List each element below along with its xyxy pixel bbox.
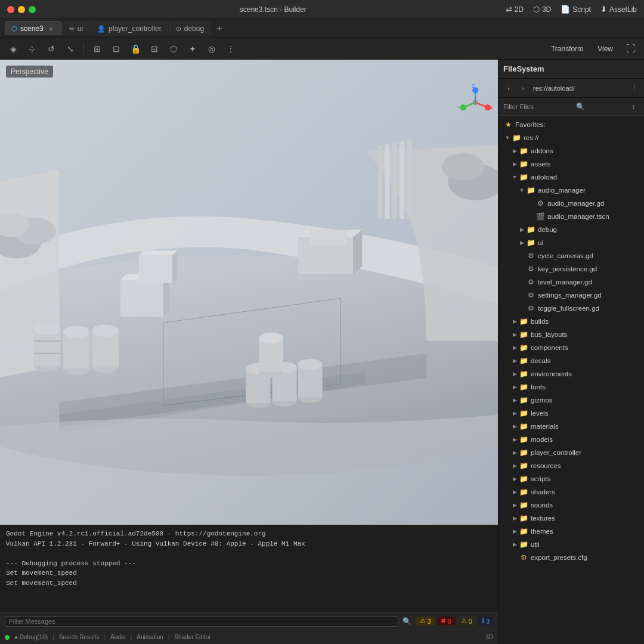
tab-debug[interactable]: ⊙ debug (169, 21, 210, 35)
fullscreen-button[interactable]: ⛶ (623, 41, 639, 57)
tab-scene3-close[interactable]: ✕ (47, 24, 55, 33)
tree-item-debug[interactable]: ▶ 📁 debug (499, 223, 644, 236)
tool-move[interactable]: ⊹ (24, 41, 41, 57)
tool-local-mode[interactable]: ⊞ (89, 41, 106, 57)
nav-forward-button[interactable]: › (516, 82, 530, 95)
status-shader-editor[interactable]: Shader Editor (174, 634, 210, 640)
tool-paint[interactable]: ✦ (184, 41, 201, 57)
warning-badge[interactable]: ⚠ 3 (416, 617, 435, 626)
filter-messages-input[interactable] (5, 616, 398, 627)
tree-item-key-persistence[interactable]: ⚙ key_persistence.gd (499, 262, 644, 275)
svg-text:X: X (490, 105, 493, 111)
tree-label-themes: themes (531, 528, 553, 535)
status-audio[interactable]: Audio (110, 634, 126, 640)
filter-sort-button[interactable]: ↕ (627, 101, 639, 113)
star-icon: ★ (503, 120, 513, 129)
tool-more[interactable]: ⋮ (222, 41, 239, 57)
tool-scale[interactable]: ⤡ (62, 41, 79, 57)
tree-item-audio-manager[interactable]: ▼ 📁 audio_manager (499, 184, 644, 197)
search-console-button[interactable]: 🔍 (401, 615, 414, 628)
expand-arrow-gizmos: ▶ (510, 397, 519, 403)
folder-icon-gizmos: 📁 (519, 396, 528, 404)
info-badge[interactable]: ⚠ 0 (457, 617, 476, 626)
tree-item-shaders[interactable]: ▶ 📁 shaders (499, 485, 644, 499)
tree-item-audio-manager-tscn[interactable]: 🎬 audio_manager.tscn (499, 210, 644, 223)
window-title: scene3.tscn - Builder (45, 5, 501, 14)
tab-debug-label: debug (184, 24, 204, 33)
svg-rect-44 (407, 140, 411, 218)
tree-item-addons[interactable]: ▶ 📁 addons (499, 144, 644, 157)
debug-badge[interactable]: ℹ 3 (478, 617, 493, 626)
tree-item-fonts[interactable]: ▶ 📁 fonts (499, 380, 644, 394)
tree-item-res[interactable]: ▼ 📁 res:// (499, 131, 644, 144)
favorites-header[interactable]: ★ Favorites: (499, 118, 644, 131)
tree-item-level-manager[interactable]: ⚙ level_manager.gd (499, 275, 644, 289)
tree-item-sounds[interactable]: ▶ 📁 sounds (499, 499, 644, 512)
tree-item-export-presets[interactable]: ⚙ export_presets.cfg (499, 551, 644, 564)
tool-visible[interactable]: ◎ (203, 41, 220, 57)
close-button[interactable] (7, 6, 14, 13)
tree-item-materials[interactable]: ▶ 📁 materials (499, 420, 644, 433)
tool-select[interactable]: ◈ (5, 41, 21, 57)
tree-item-autoload[interactable]: ▼ 📁 autoload (499, 171, 644, 184)
add-tab-button[interactable]: + (212, 22, 227, 35)
tree-item-builds[interactable]: ▶ 📁 builds (499, 315, 644, 328)
folder-icon-textures: 📁 (519, 514, 528, 522)
folder-icon-models: 📁 (519, 435, 528, 444)
minimize-button[interactable] (18, 6, 25, 13)
3d-viewport[interactable]: Z X Y Perspective (0, 60, 498, 525)
tree-item-gizmos[interactable]: ▶ 📁 gizmos (499, 394, 644, 407)
expand-arrow-player-controller: ▶ (510, 450, 519, 456)
console-line-3 (6, 549, 492, 559)
tree-item-bus-layouts[interactable]: ▶ 📁 bus_layouts (499, 328, 644, 341)
debug-count: 3 (486, 618, 490, 625)
maximize-button[interactable] (29, 6, 36, 13)
tree-item-audio-manager-gd[interactable]: ⚙ audio_manager.gd (499, 197, 644, 210)
tree-item-resources[interactable]: ▶ 📁 resources (499, 459, 644, 472)
nav-more-button[interactable]: ⋮ (627, 82, 640, 95)
tree-item-util[interactable]: ▶ 📁 util (499, 538, 644, 551)
tree-item-decals[interactable]: ▶ 📁 decals (499, 354, 644, 367)
assetlib-button[interactable]: ⬇ AssetLib (600, 5, 637, 14)
tool-mesh[interactable]: ⬡ (165, 41, 182, 57)
tool-group[interactable]: ⊟ (146, 41, 163, 57)
tree-label-scripts: scripts (531, 475, 550, 482)
status-search[interactable]: Search Results (59, 634, 100, 640)
tree-item-scripts[interactable]: ▶ 📁 scripts (499, 472, 644, 485)
file-tree[interactable]: ★ Favorites: ▼ 📁 res:// ▶ 📁 addons ▶ 📁 a… (499, 116, 644, 644)
tab-ui[interactable]: ✏ ui (63, 21, 89, 35)
tool-lock[interactable]: 🔒 (127, 41, 144, 57)
tool-rotate[interactable]: ↺ (43, 41, 60, 57)
tree-item-components[interactable]: ▶ 📁 components (499, 341, 644, 354)
tree-item-ui[interactable]: ▶ 📁 ui (499, 236, 644, 249)
tree-item-player-controller[interactable]: ▶ 📁 player_controller (499, 446, 644, 459)
transform-button[interactable]: Transform (546, 43, 588, 55)
status-animation[interactable]: Animation (137, 634, 163, 640)
tree-item-settings-manager[interactable]: ⚙ settings_manager.gd (499, 289, 644, 302)
mode-2d-button[interactable]: ⇄ 2D (506, 5, 524, 14)
folder-icon-addons: 📁 (519, 147, 528, 155)
tree-label-cycle-cameras: cycle_cameras.gd (538, 252, 593, 259)
tree-item-cycle-cameras[interactable]: ⚙ cycle_cameras.gd (499, 249, 644, 262)
status-debug: ● Debug(10) (14, 634, 48, 640)
error-badge[interactable]: ✖ 0 (437, 617, 455, 626)
tree-item-models[interactable]: ▶ 📁 models (499, 433, 644, 446)
expand-arrow-environments: ▶ (510, 371, 519, 377)
nav-back-button[interactable]: ‹ (502, 82, 515, 95)
filter-search-button[interactable]: 🔍 (574, 101, 586, 113)
tree-item-environments[interactable]: ▶ 📁 environments (499, 367, 644, 380)
tree-item-levels[interactable]: ▶ 📁 levels (499, 407, 644, 420)
tab-scene3[interactable]: ⬡ scene3 ✕ (5, 21, 61, 35)
gd-icon-cycle-cameras: ⚙ (526, 252, 535, 260)
tree-item-assets[interactable]: ▶ 📁 assets (499, 157, 644, 171)
view-button[interactable]: View (593, 43, 618, 55)
tool-snap[interactable]: ⊡ (108, 41, 125, 57)
script-button[interactable]: 📄 Script (561, 5, 591, 14)
expand-arrow-fonts: ▶ (510, 384, 519, 390)
tab-player-controller[interactable]: 👤 player_controller (91, 21, 168, 35)
tree-item-toggle-fullscreen[interactable]: ⚙ toggle_fullscreen.gd (499, 302, 644, 315)
mode-3d-button[interactable]: ⬡ 3D (533, 5, 551, 14)
tree-item-textures[interactable]: ▶ 📁 textures (499, 512, 644, 525)
folder-icon-util: 📁 (519, 540, 528, 549)
tree-item-themes[interactable]: ▶ 📁 themes (499, 525, 644, 538)
